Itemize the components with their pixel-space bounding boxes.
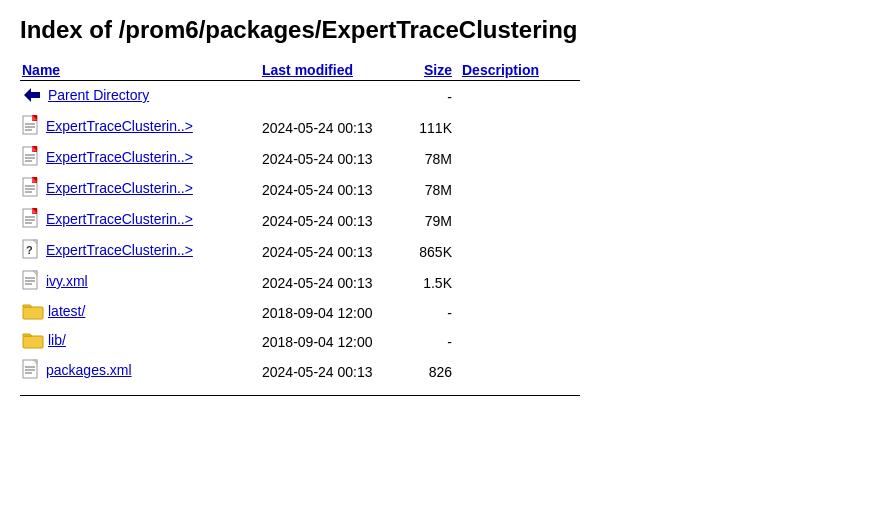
file-description-cell [460,267,580,298]
file-name-cell: ExpertTraceClusterin..> [20,174,260,205]
back-icon [22,84,44,109]
file-name-cell: packages.xml [20,356,260,387]
file-link[interactable]: ExpertTraceClusterin..> [46,211,193,227]
table-row: Parent Directory- [20,81,580,113]
table-row: ExpertTraceClusterin..>2024-05-24 00:137… [20,143,580,174]
file-link[interactable]: lib/ [48,332,66,348]
table-row: ivy.xml2024-05-24 00:131.5K [20,267,580,298]
table-row: latest/2018-09-04 12:00- [20,298,580,327]
svg-rect-38 [23,360,37,378]
file-modified-cell: 2024-05-24 00:13 [260,143,400,174]
file-link[interactable]: latest/ [48,303,85,319]
file-description-cell [460,356,580,387]
file-link[interactable]: ExpertTraceClusterin..> [46,242,193,258]
file-description-cell [460,205,580,236]
file-modified-cell: 2024-05-24 00:13 [260,267,400,298]
file-size-cell: - [400,298,460,327]
svg-rect-37 [23,336,43,348]
file-description-cell [460,174,580,205]
document-text-icon [22,270,42,295]
document-text-icon [22,359,42,384]
svg-text:?: ? [26,244,33,256]
file-listing-table: Name Last modified Size Description Pare… [20,60,580,387]
file-size-cell: 865K [400,236,460,267]
file-size-cell: 111K [400,112,460,143]
file-description-cell [460,327,580,356]
file-size-cell: - [400,81,460,113]
file-name-cell: ivy.xml [20,267,260,298]
col-header-modified: Last modified [260,60,400,81]
file-link[interactable]: ExpertTraceClusterin..> [46,180,193,196]
file-link[interactable]: ExpertTraceClusterin..> [46,118,193,134]
document-red-icon [22,177,42,202]
file-description-cell [460,298,580,327]
table-row: packages.xml2024-05-24 00:13826 [20,356,580,387]
col-size-link[interactable]: Size [424,62,452,78]
table-header-row: Name Last modified Size Description [20,60,580,81]
page-title: Index of /prom6/packages/ExpertTraceClus… [20,16,869,44]
col-header-name: Name [20,60,260,81]
file-size-cell: - [400,327,460,356]
file-modified-cell: 2024-05-24 00:13 [260,356,400,387]
file-modified-cell: 2018-09-04 12:00 [260,327,400,356]
file-description-cell [460,112,580,143]
file-name-cell: Parent Directory [20,81,260,113]
file-modified-cell: 2024-05-24 00:13 [260,112,400,143]
table-row: ExpertTraceClusterin..>2024-05-24 00:137… [20,205,580,236]
file-name-cell: ? ExpertTraceClusterin..> [20,236,260,267]
file-link[interactable]: ivy.xml [46,273,88,289]
table-row: ExpertTraceClusterin..>2024-05-24 00:131… [20,112,580,143]
table-row: ? ExpertTraceClusterin..>2024-05-24 00:1… [20,236,580,267]
file-modified-cell: 2024-05-24 00:13 [260,236,400,267]
svg-rect-36 [23,307,43,319]
file-name-cell: ExpertTraceClusterin..> [20,112,260,143]
file-size-cell: 79M [400,205,460,236]
file-modified-cell [260,81,400,113]
folder-icon [22,301,44,324]
document-red-icon [22,208,42,233]
file-modified-cell: 2024-05-24 00:13 [260,205,400,236]
file-size-cell: 78M [400,174,460,205]
document-unknown-icon: ? [22,239,42,264]
file-size-cell: 826 [400,356,460,387]
file-description-cell [460,81,580,113]
col-header-size: Size [400,60,460,81]
file-name-cell: ExpertTraceClusterin..> [20,143,260,174]
col-modified-link[interactable]: Last modified [262,62,353,78]
svg-rect-31 [23,271,37,289]
file-size-cell: 78M [400,143,460,174]
col-name-link[interactable]: Name [22,62,60,78]
file-modified-cell: 2018-09-04 12:00 [260,298,400,327]
file-size-cell: 1.5K [400,267,460,298]
col-header-description: Description [460,60,580,81]
file-modified-cell: 2024-05-24 00:13 [260,174,400,205]
file-link[interactable]: packages.xml [46,362,132,378]
table-row: lib/2018-09-04 12:00- [20,327,580,356]
file-name-cell: ExpertTraceClusterin..> [20,205,260,236]
file-description-cell [460,236,580,267]
col-desc-link[interactable]: Description [462,62,539,78]
file-description-cell [460,143,580,174]
document-red-icon [22,115,42,140]
bottom-divider [20,395,580,396]
folder-icon [22,330,44,353]
file-link[interactable]: ExpertTraceClusterin..> [46,149,193,165]
file-name-cell: lib/ [20,327,260,356]
file-link[interactable]: Parent Directory [48,87,149,103]
table-row: ExpertTraceClusterin..>2024-05-24 00:137… [20,174,580,205]
document-red-icon [22,146,42,171]
file-name-cell: latest/ [20,298,260,327]
